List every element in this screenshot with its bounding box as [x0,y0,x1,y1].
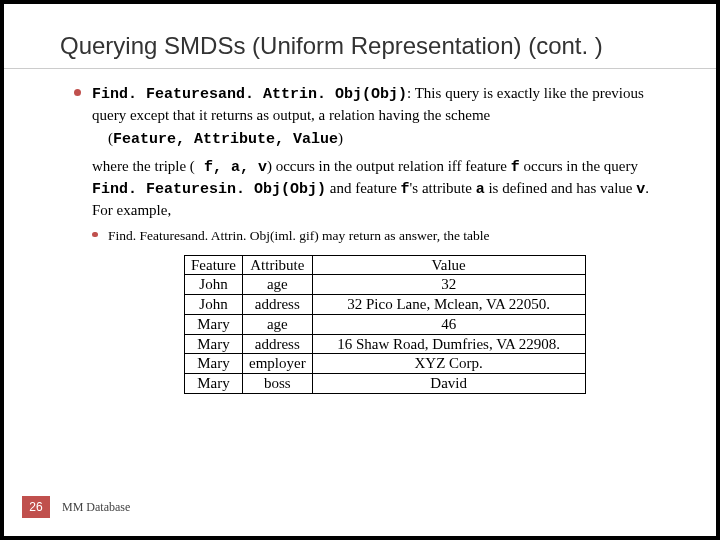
triple-prefix: where the triple ( [92,158,195,174]
mid3: and feature [326,180,401,196]
triple-vars: f, a, v [195,159,267,176]
mid4: 's attribute [410,180,476,196]
main-bullet: Find. Featuresand. Attrin. Obj(Obj): Thi… [74,83,660,245]
table-cell: age [242,314,312,334]
table-cell: John [185,295,243,315]
mid5: is defined and has value [485,180,637,196]
table-cell: 32 Pico Lane, Mclean, VA 22050. [312,295,585,315]
var-f: f [511,159,520,176]
sub-example-text: Find. Featuresand. Attrin. Obj(iml. gif)… [108,228,490,243]
table-cell: 32 [312,275,585,295]
scheme-triplet: Feature, Attribute, Value [113,131,338,148]
triple-mid1: ) occurs in the output relation iff feat… [267,158,511,174]
table-cell: employer [242,354,312,374]
table-cell: David [312,374,585,394]
table-cell: 46 [312,314,585,334]
table-row: Maryaddress16 Shaw Road, Dumfries, VA 22… [185,334,586,354]
table-cell: age [242,275,312,295]
table-cell: address [242,334,312,354]
var-a: a [476,181,485,198]
mid2: occurs in the query [520,158,638,174]
table-cell: 16 Shaw Road, Dumfries, VA 22908. [312,334,585,354]
scheme-line: (Feature, Attribute, Value) [108,128,660,150]
col-feature: Feature [185,255,243,275]
slide: Querying SMDSs (Uniform Representation) … [4,4,716,536]
footer: 26 MM Database [22,496,130,518]
table-row: MarybossDavid [185,374,586,394]
table-row: MaryemployerXYZ Corp. [185,354,586,374]
table-row: Johnage32 [185,275,586,295]
table-cell: Mary [185,354,243,374]
table-header-row: Feature Attribute Value [185,255,586,275]
table-row: Johnaddress32 Pico Lane, Mclean, VA 2205… [185,295,586,315]
sub-bullet: Find. Featuresand. Attrin. Obj(iml. gif)… [92,227,660,245]
table-cell: XYZ Corp. [312,354,585,374]
var-v: v [636,181,645,198]
var-f2: f [401,181,410,198]
col-value: Value [312,255,585,275]
paren-close: ) [338,130,343,146]
table-head: Feature Attribute Value [185,255,586,275]
slide-title: Querying SMDSs (Uniform Representation) … [4,4,716,69]
slide-body: Find. Featuresand. Attrin. Obj(Obj): Thi… [4,83,716,394]
query-fn: Find. Featuresin. Obj(Obj) [92,181,326,198]
table-cell: boss [242,374,312,394]
table-cell: Mary [185,374,243,394]
table-cell: address [242,295,312,315]
triple-sentence: where the triple ( f, a, v) occurs in th… [92,156,660,221]
table-cell: John [185,275,243,295]
table-cell: Mary [185,314,243,334]
table-row: Maryage46 [185,314,586,334]
result-table: Feature Attribute Value Johnage32Johnadd… [184,255,586,394]
table-cell: Mary [185,334,243,354]
page-number: 26 [22,496,50,518]
course-name: MM Database [62,500,130,515]
fn-name: Find. Featuresand. Attrin. Obj(Obj) [92,86,407,103]
table-body: Johnage32Johnaddress32 Pico Lane, Mclean… [185,275,586,394]
col-attribute: Attribute [242,255,312,275]
